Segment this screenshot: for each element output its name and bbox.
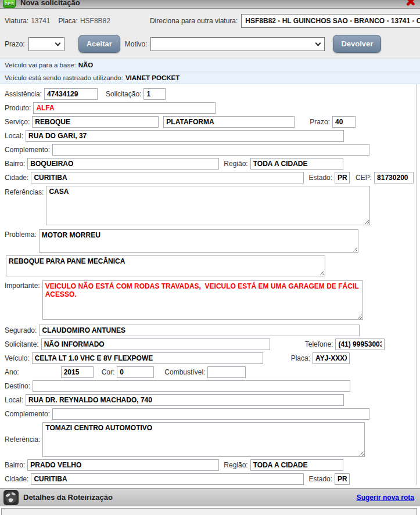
complemento-row: Complemento: [5,144,417,156]
servico-row: Serviço: Prazo: [5,116,417,128]
chevron-down-icon [55,40,60,46]
local-destino-label: Local: [5,396,23,404]
importante-textarea[interactable]: VEICULO NÃO ESTÁ COM RODAS TRAVADAS, VEI… [42,280,363,320]
cep-input[interactable] [374,172,414,183]
estado-input[interactable] [335,172,350,183]
complemento-input[interactable] [52,144,369,156]
regiao-destino-input[interactable] [250,459,343,471]
placa-value: HSF8B82 [80,17,110,25]
viatura-row: Viatura: 13741 Placa: HSF8B82 Direciona … [5,14,415,28]
solicitacao-input[interactable] [143,88,166,100]
importante-row: Importante: VEICULO NÃO ESTÁ COM RODAS T… [5,280,417,320]
cidade-destino-label: Cidade: [5,475,28,483]
local-label: Local: [5,132,23,140]
regiao-input[interactable] [250,158,343,170]
problema-row: Problema: MOTOR MORREU [5,229,417,253]
sugerir-nova-rota-link[interactable]: Sugerir nova rota [357,494,414,502]
direciona-selected-value: HSF8B82 - HL GUINCHOS SAO - BRANCO - 137… [245,17,420,25]
direciona-select[interactable]: HSF8B82 - HL GUINCHOS SAO - BRANCO - 137… [241,14,420,28]
regiao-label: Região: [224,160,247,168]
bairro-destino-row: Bairro: Região: [5,459,417,471]
gps-icon: GPS [3,0,16,8]
routing-content-area [1,508,417,515]
destino-row: Destino: [5,380,417,392]
estado-destino-input[interactable] [335,473,350,485]
prazo-dropdown-label: Prazo: [5,40,25,48]
destino-input[interactable] [33,380,350,392]
segurado-label: Segurado: [5,326,37,334]
veiculo-label: Veículo: [5,354,30,362]
descricao-textarea[interactable]: REBOQUE PARA PANE MECÂNICA [6,255,325,276]
cor-input[interactable] [117,366,154,378]
estado-label: Estado: [308,174,332,182]
servico-tipo-input[interactable] [163,116,295,128]
complemento-destino-label: Complemento: [5,410,50,418]
telefone-label: Telefone: [305,340,333,348]
bairro-row: Bairro: Região: [5,158,417,170]
servico-label: Serviço: [5,118,30,126]
prazo-select[interactable] [28,37,64,51]
bairro-input[interactable] [27,158,219,170]
bairro-destino-input[interactable] [27,459,219,471]
problema-label: Problema: [5,231,37,239]
bairro-label: Bairro: [5,160,25,168]
devolver-button[interactable]: Devolver [333,35,381,53]
referencia-destino-label: Referência: [5,435,40,444]
importante-label: Importante: [5,282,40,290]
info-bar-rastreio-label: Veículo está sendo rastreado utilizando: [5,74,123,81]
referencia-destino-textarea[interactable]: TOMAZI CENTRO AUTOMOTIVO [42,422,365,457]
viatura-label: Viatura: [5,17,28,25]
assistencia-row: Assistência: Solicitação: [5,88,417,100]
aceitar-button[interactable]: Aceitar [78,35,120,53]
produto-input[interactable] [33,102,216,114]
cep-label: CEP: [356,174,372,182]
routing-section-title: Detalhes da Roteirização [23,493,357,502]
routing-section-header: Detalhes da Roteirização Sugerir nova ro… [0,488,420,506]
viatura-value: 13741 [31,17,50,25]
cidade-input[interactable] [31,172,304,183]
window-title: Nova solicitação [20,0,80,7]
destino-label: Destino: [5,382,30,390]
motivo-select[interactable] [150,37,325,51]
solicitante-row: Solicitante: Telefone: [5,338,417,350]
action-row: Prazo: Aceitar Motivo: Devolver [5,35,415,53]
combustivel-input[interactable] [207,366,246,378]
problema-textarea[interactable]: MOTOR MORREU [39,229,358,253]
assistencia-input[interactable] [44,88,98,100]
local-destino-input[interactable] [26,394,344,406]
prazo-label: Prazo: [310,118,330,126]
referencia-destino-row: Referência: TOMAZI CENTRO AUTOMOTIVO [5,422,417,457]
segurado-row: Segurado: [5,325,417,336]
estado-destino-label: Estado: [308,475,332,483]
bairro-destino-label: Bairro: [5,461,25,469]
segurado-input[interactable] [39,325,360,336]
produto-row: Produto: [5,102,417,114]
info-bar-rastreio-value: VIANET POCKET [125,74,180,81]
solicitante-input[interactable] [41,338,270,350]
dispatch-panel: Viatura: 13741 Placa: HSF8B82 Direciona … [0,9,420,59]
local-row: Local: [5,130,417,142]
close-icon[interactable] [405,0,415,6]
prazo-input[interactable] [332,116,356,128]
ano-input[interactable] [61,366,94,378]
info-bar-base: Veículo vai para a base: NÃO [0,59,420,71]
chevron-down-icon [315,40,321,46]
descricao-row: REBOQUE PARA PANE MECÂNICA [6,255,417,276]
motivo-label: Motivo: [125,40,148,48]
referencias-label: Referências: [5,188,44,196]
local-input[interactable] [26,130,344,142]
combustivel-label: Combustível: [164,368,205,376]
veiculo-input[interactable] [32,352,263,364]
assistencia-label: Assistência: [5,90,42,98]
cidade-destino-input[interactable] [31,473,304,485]
nova-solicitacao-window: GPS Nova solicitação Viatura: 13741 Plac… [0,0,420,515]
globe-icon [3,490,19,505]
complemento-destino-input[interactable] [52,408,369,420]
referencias-textarea[interactable]: CASA [46,186,370,225]
placa-veiculo-input[interactable] [313,352,350,364]
solicitante-label: Solicitante: [5,340,39,348]
telefone-input[interactable] [335,338,385,350]
servico-input[interactable] [32,116,159,128]
info-bar-rastreio: Veículo está sendo rastreado utilizando:… [0,71,420,84]
local-destino-row: Local: [5,394,417,406]
